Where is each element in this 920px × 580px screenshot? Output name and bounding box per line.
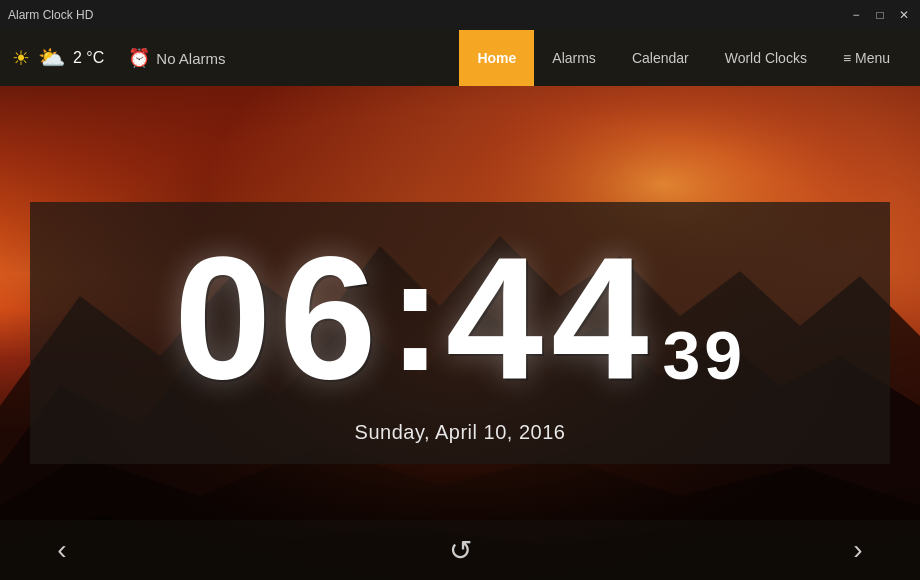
alarm-status-text: No Alarms bbox=[156, 50, 225, 67]
clock-seconds: 39 bbox=[662, 321, 746, 389]
alarm-icon: ⏰ bbox=[128, 47, 150, 69]
clock-digits: 06 : 44 39 bbox=[174, 230, 746, 405]
clock-hours: 06 bbox=[174, 230, 385, 405]
app-title: Alarm Clock HD bbox=[8, 8, 93, 22]
nav-item-calendar[interactable]: Calendar bbox=[614, 30, 707, 86]
nav-item-alarms[interactable]: Alarms bbox=[534, 30, 614, 86]
temperature-display: 2 °C bbox=[73, 49, 104, 67]
weather-widget: ☀ ⛅ 2 °C bbox=[12, 45, 104, 71]
clock-panel: 06 : 44 39 Sunday, April 10, 2016 bbox=[30, 202, 890, 464]
navigation-bar: ☀ ⛅ 2 °C ⏰ No Alarms Home Alarms Calenda… bbox=[0, 30, 920, 86]
clock-minutes: 44 bbox=[446, 230, 657, 405]
bottom-controls: ‹ ↺ › bbox=[0, 520, 920, 580]
reset-button[interactable]: ↺ bbox=[438, 528, 482, 572]
nav-item-world-clocks[interactable]: World Clocks bbox=[707, 30, 825, 86]
nav-links: Home Alarms Calendar World Clocks ≡ Menu bbox=[459, 30, 908, 86]
window-controls: − □ ✕ bbox=[848, 7, 912, 23]
main-content: 06 : 44 39 Sunday, April 10, 2016 ‹ ↺ › bbox=[0, 86, 920, 580]
date-display: Sunday, April 10, 2016 bbox=[355, 421, 566, 444]
clock-colon: : bbox=[389, 230, 442, 395]
minimize-button[interactable]: − bbox=[848, 7, 864, 23]
partly-cloudy-icon: ⛅ bbox=[38, 45, 65, 71]
next-button[interactable]: › bbox=[836, 528, 880, 572]
sun-icon: ☀ bbox=[12, 46, 30, 70]
prev-button[interactable]: ‹ bbox=[40, 528, 84, 572]
nav-item-home[interactable]: Home bbox=[459, 30, 534, 86]
maximize-button[interactable]: □ bbox=[872, 7, 888, 23]
title-bar: Alarm Clock HD − □ ✕ bbox=[0, 0, 920, 30]
close-button[interactable]: ✕ bbox=[896, 7, 912, 23]
alarm-status-widget: ⏰ No Alarms bbox=[128, 47, 225, 69]
nav-item-menu[interactable]: ≡ Menu bbox=[825, 30, 908, 86]
